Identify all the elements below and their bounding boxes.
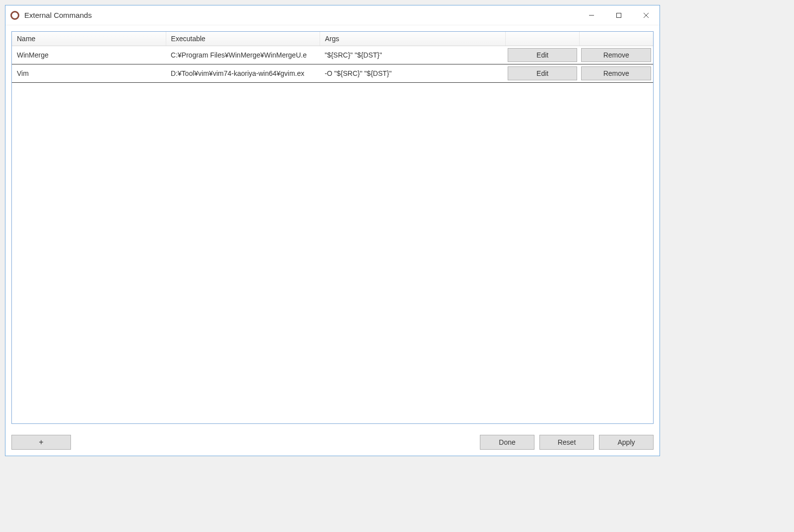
window-controls: [578, 5, 660, 25]
cell-executable: C:¥Program Files¥WinMerge¥WinMergeU.e: [166, 46, 320, 64]
close-button[interactable]: [632, 5, 660, 25]
external-commands-window: External Commands Name E: [5, 5, 660, 456]
commands-table-container: Name Executable Args WinMerge C:¥Program…: [11, 31, 654, 424]
footer: + Done Reset Apply: [5, 430, 660, 456]
remove-button[interactable]: Remove: [581, 48, 651, 62]
table-row[interactable]: Vim D:¥Tool¥vim¥vim74-kaoriya-win64¥gvim…: [12, 64, 653, 83]
edit-button[interactable]: Edit: [508, 66, 578, 80]
add-button[interactable]: +: [11, 435, 71, 450]
svg-rect-1: [616, 13, 621, 17]
edit-button[interactable]: Edit: [508, 48, 578, 62]
commands-table: Name Executable Args WinMerge C:¥Program…: [12, 32, 653, 83]
header-executable[interactable]: Executable: [166, 32, 320, 46]
titlebar: External Commands: [5, 5, 660, 25]
header-remove: [579, 32, 653, 46]
header-name[interactable]: Name: [12, 32, 166, 46]
table-row[interactable]: WinMerge C:¥Program Files¥WinMerge¥WinMe…: [12, 46, 653, 64]
cell-executable: D:¥Tool¥vim¥vim74-kaoriya-win64¥gvim.ex: [166, 64, 320, 83]
table-header-row: Name Executable Args: [12, 32, 653, 46]
maximize-button[interactable]: [605, 5, 632, 25]
minimize-icon: [589, 12, 595, 18]
remove-button[interactable]: Remove: [581, 66, 651, 80]
close-icon: [643, 12, 649, 18]
header-edit: [506, 32, 580, 46]
window-title: External Commands: [24, 11, 92, 19]
maximize-icon: [616, 12, 622, 18]
done-button[interactable]: Done: [480, 435, 534, 450]
cell-args: -O "${SRC}" "${DST}": [320, 64, 506, 83]
reset-button[interactable]: Reset: [539, 435, 594, 450]
header-args[interactable]: Args: [320, 32, 506, 46]
cell-name: Vim: [12, 64, 166, 83]
cell-name: WinMerge: [12, 46, 166, 64]
app-icon: [10, 11, 19, 20]
content-area: Name Executable Args WinMerge C:¥Program…: [5, 25, 660, 430]
cell-args: "${SRC}" "${DST}": [320, 46, 506, 64]
minimize-button[interactable]: [578, 5, 605, 25]
apply-button[interactable]: Apply: [599, 435, 654, 450]
